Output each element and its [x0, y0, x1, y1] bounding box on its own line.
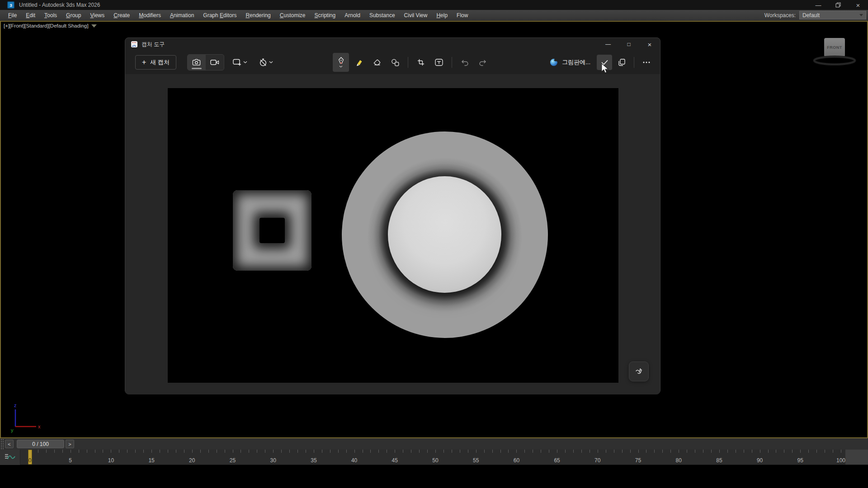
highlighter-icon	[355, 59, 363, 66]
frame-tick	[378, 450, 379, 453]
menu-rendering[interactable]: Rendering	[241, 10, 275, 21]
frame-tick	[208, 450, 209, 453]
text-actions-icon	[435, 59, 443, 66]
menu-flow[interactable]: Flow	[452, 10, 472, 21]
snip-close-button[interactable]: ×	[639, 38, 660, 51]
snip-titlebar[interactable]: 캡처 도구 — □ ×	[125, 38, 660, 51]
filter-funnel-icon[interactable]	[91, 24, 97, 28]
app-close-button[interactable]: ×	[848, 0, 868, 10]
frame-tick	[289, 450, 290, 453]
copy-button[interactable]	[614, 55, 629, 70]
crop-tool-button[interactable]	[413, 54, 429, 70]
menu-animation[interactable]: Animation	[165, 10, 198, 21]
frame-tick	[233, 450, 233, 453]
menu-tools[interactable]: Tools	[40, 10, 61, 21]
toolbar-separator	[408, 57, 408, 68]
text-actions-button[interactable]	[431, 54, 447, 70]
menu-edit[interactable]: Edit	[21, 10, 40, 21]
touch-writing-button[interactable]	[629, 361, 649, 381]
new-capture-button[interactable]: + 새 캡처	[135, 55, 176, 70]
app-restore-button[interactable]	[828, 0, 848, 10]
menu-customize[interactable]: Customize	[275, 10, 310, 21]
snip-minimize-button[interactable]: —	[598, 38, 618, 51]
frame-tick	[46, 450, 47, 453]
frame-tick	[646, 450, 646, 453]
frame-tick	[573, 450, 574, 453]
svg-text:3: 3	[9, 3, 12, 8]
menu-arnold[interactable]: Arnold	[340, 10, 365, 21]
eraser-tool-button[interactable]	[369, 54, 385, 70]
selection-mode-dropdown[interactable]	[230, 55, 250, 70]
menu-group[interactable]: Group	[61, 10, 85, 21]
viewcube-front-face[interactable]: FRONT	[824, 38, 845, 57]
menu-create[interactable]: Create	[109, 10, 134, 21]
frame-label: 70	[594, 457, 600, 464]
toolbar-grip[interactable]	[0, 438, 4, 450]
timer-dropdown[interactable]	[256, 55, 277, 70]
frame-label: 85	[716, 457, 722, 464]
frame-label: 100	[836, 457, 845, 464]
previous-frame-button[interactable]: <	[5, 440, 14, 448]
menu-scripting[interactable]: Scripting	[310, 10, 340, 21]
menu-help[interactable]: Help	[432, 10, 452, 21]
frame-tick	[711, 450, 712, 453]
edit-in-paint-button[interactable]: 그림판에...	[545, 55, 595, 70]
axis-y-label: y	[11, 427, 14, 433]
viewport-label-text[interactable]: [+][Front][Standard][Default Shading]	[4, 23, 89, 28]
menu-views[interactable]: Views	[85, 10, 109, 21]
frame-tick	[792, 450, 793, 453]
timeline-ruler[interactable]: 0510152025303540455055606570758085909510…	[20, 450, 868, 465]
workspace-dropdown[interactable]: Default	[799, 11, 866, 19]
box-torus-object	[233, 190, 311, 271]
time-scrubber-row: < 0 / 100 >	[0, 438, 868, 450]
frame-tick	[168, 450, 168, 453]
next-frame-button[interactable]: >	[66, 440, 74, 448]
video-mode-button[interactable]	[206, 55, 224, 70]
frame-tick	[95, 450, 95, 453]
app-minimize-button[interactable]: —	[808, 0, 828, 10]
frame-tick	[524, 450, 525, 453]
menu-substance[interactable]: Substance	[365, 10, 400, 21]
menu-modifiers[interactable]: Modifiers	[134, 10, 165, 21]
frame-tick	[338, 450, 339, 453]
frame-label: 40	[351, 457, 357, 464]
menu-file[interactable]: File	[4, 10, 21, 21]
undo-button[interactable]	[457, 54, 473, 70]
open-mini-curve-editor-button[interactable]	[0, 450, 20, 465]
frame-tick	[184, 450, 184, 453]
redo-button[interactable]	[475, 54, 491, 70]
torus-object	[342, 131, 548, 338]
paint-icon	[550, 58, 558, 66]
frame-tick	[314, 450, 314, 453]
snipping-tool-icon	[131, 41, 138, 48]
pen-tool-button[interactable]	[333, 53, 349, 72]
frame-tick	[217, 450, 217, 453]
frame-tick	[119, 450, 119, 453]
frame-tick	[670, 450, 671, 453]
workspace-value: Default	[802, 12, 820, 19]
frame-label: 35	[311, 457, 316, 464]
frame-tick	[419, 450, 420, 453]
screenshot-mode-button[interactable]	[188, 55, 206, 70]
frame-label: 45	[392, 457, 398, 464]
menu-civil-view[interactable]: Civil View	[400, 10, 432, 21]
workspaces-label: Workspaces:	[764, 12, 796, 19]
box-torus-hole	[259, 218, 285, 243]
shapes-tool-button[interactable]	[387, 54, 403, 70]
crop-icon	[417, 59, 425, 66]
frame-tick	[265, 450, 265, 453]
mouse-cursor	[600, 63, 610, 74]
highlighter-tool-button[interactable]	[351, 54, 367, 70]
frame-tick	[654, 450, 655, 453]
snipping-tool-window: 캡처 도구 — □ × + 새 캡처	[125, 38, 660, 394]
eraser-icon	[373, 59, 381, 66]
more-options-button[interactable]	[639, 55, 654, 70]
frame-label: 50	[432, 457, 438, 464]
current-frame-display[interactable]: 0 / 100	[17, 440, 64, 448]
viewport-label[interactable]: [+][Front][Standard][Default Shading]	[4, 23, 97, 28]
snip-maximize-button[interactable]: □	[618, 38, 639, 51]
captured-image	[168, 88, 618, 383]
frame-tick	[800, 450, 801, 453]
menu-graph-editors[interactable]: Graph Editors	[198, 10, 241, 21]
viewcube[interactable]: FRONT	[813, 38, 856, 69]
